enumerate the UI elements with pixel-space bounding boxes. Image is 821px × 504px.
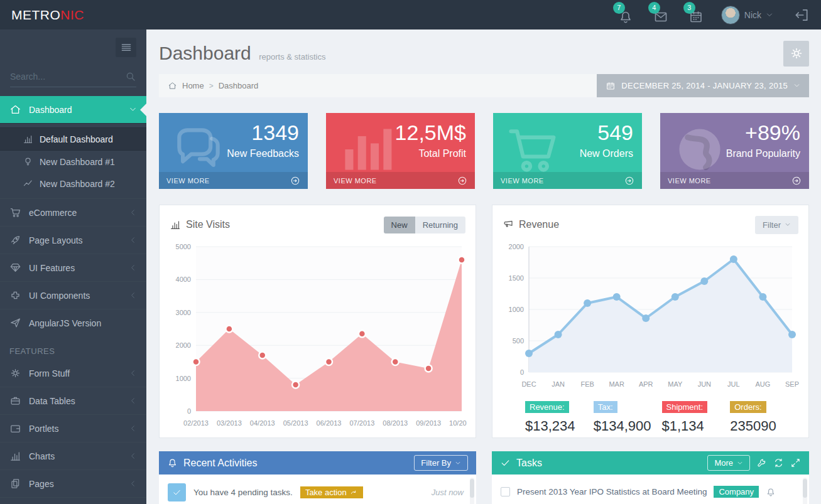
site-visits-portlet: Site Visits NewReturning 010002000300040… <box>159 205 476 438</box>
svg-text:APR: APR <box>639 380 653 388</box>
pages-icon <box>9 478 21 490</box>
wrench-icon[interactable] <box>756 458 767 468</box>
date-range-picker[interactable]: DECEMBER 25, 2014 - JANUARY 23, 2015 <box>597 74 809 97</box>
activity-time: Just now <box>432 488 464 497</box>
svg-text:AUG: AUG <box>756 380 771 388</box>
stat-value: 12,5M$ <box>395 121 466 145</box>
view-more-link[interactable]: VIEW MORE <box>493 172 642 189</box>
sidebar-item-charts[interactable]: Charts <box>0 442 146 469</box>
wallet-icon <box>9 422 21 434</box>
sidebar-item-ui-components[interactable]: UI Components <box>0 281 146 309</box>
revenue-title: Revenue <box>519 219 559 230</box>
sidebar-item-label: AngularJS Version <box>29 318 137 328</box>
sidebar-item-dashboard[interactable]: Dashboard <box>0 96 146 123</box>
cart-icon <box>498 121 567 178</box>
bell-icon <box>766 487 776 497</box>
chevron-left-icon <box>129 369 137 377</box>
view-more-link[interactable]: VIEW MORE <box>660 172 809 189</box>
sidebar-item-portlets[interactable]: Portlets <box>0 414 146 442</box>
notification-bell[interactable]: 7 <box>618 7 634 23</box>
sidebar-item-label: Page Layouts <box>29 235 129 245</box>
sidebar-subitem-label: New Dashboard #1 <box>40 157 115 167</box>
toggle-returning-button[interactable]: Returning <box>415 217 465 233</box>
sidebar-toggle-button[interactable] <box>116 38 136 57</box>
sidebar-item-ecommerce[interactable]: eCommerce <box>0 198 146 226</box>
search-input[interactable] <box>10 72 125 82</box>
chevron-down-icon <box>785 222 791 228</box>
arrow-right-circle-icon <box>791 176 802 186</box>
avatar[interactable] <box>721 6 740 24</box>
selected-arrow <box>140 104 146 116</box>
scrollbar[interactable] <box>470 478 474 504</box>
sidebar-item-label: Charts <box>29 451 129 461</box>
svg-text:10/2013: 10/2013 <box>449 419 467 427</box>
chevron-down-icon <box>793 82 800 89</box>
view-more-link[interactable]: VIEW MORE <box>326 172 475 189</box>
search-icon[interactable] <box>125 71 136 82</box>
sidebar-subitem-new-dashboard-1[interactable]: New Dashboard #1 <box>0 151 146 173</box>
chevron-left-icon <box>129 452 137 460</box>
sidebar-item-form-stuff[interactable]: Form Stuff <box>0 360 146 387</box>
notification-calendar[interactable]: 3 <box>688 7 705 23</box>
curved-arrow-icon <box>350 488 358 496</box>
notification-envelope[interactable]: 4 <box>653 7 670 23</box>
logout-icon[interactable] <box>793 7 810 23</box>
sidebar-subitem-default-dashboard[interactable]: Default Dashboard <box>0 127 146 151</box>
chevron-left-icon <box>129 208 137 217</box>
revenue-stat-badge: Shipment: <box>662 401 708 413</box>
filter-by-button[interactable]: Filter By <box>414 455 468 471</box>
revenue-stat: Orders: 235090 <box>730 401 798 434</box>
tasks-title: Tasks <box>516 458 542 469</box>
date-range-label: DECEMBER 25, 2014 - JANUARY 23, 2015 <box>621 81 788 90</box>
revenue-stat-badge: Tax: <box>594 401 617 413</box>
view-more-link[interactable]: VIEW MORE <box>159 172 308 189</box>
sidebar-subitem-new-dashboard-2[interactable]: New Dashboard #2 <box>0 173 146 195</box>
breadcrumb-separator: > <box>209 82 214 90</box>
arrow-right-circle-icon <box>457 176 467 186</box>
site-visits-toggle: NewReturning <box>384 217 465 233</box>
site-visits-chart: 01000200030004000500002/201303/201304/20… <box>170 240 465 431</box>
page-title: Dashboard <box>159 43 251 63</box>
briefcase-icon <box>9 395 21 407</box>
stat-value: +89% <box>745 121 800 145</box>
gear-icon <box>9 367 21 379</box>
sidebar-features-menu: Form Stuff Data Tables Portlets Charts P… <box>0 360 146 504</box>
sidebar-item-angularjs-version[interactable]: AngularJS Version <box>0 309 146 336</box>
user-menu[interactable]: Nick <box>721 6 773 24</box>
gem-icon <box>9 262 21 274</box>
task-row[interactable]: Present 2013 Year IPO Statistics at Boar… <box>499 480 798 504</box>
svg-text:1500: 1500 <box>509 274 524 282</box>
sidebar-item-label: Data Tables <box>29 396 129 406</box>
revenue-stat-value: $13,234 <box>525 418 594 434</box>
svg-text:3000: 3000 <box>176 309 191 316</box>
app-logo[interactable]: METRONIC <box>11 8 84 23</box>
toggle-new-button[interactable]: New <box>384 217 415 233</box>
expand-icon[interactable] <box>790 458 801 468</box>
refresh-icon[interactable] <box>773 458 784 468</box>
breadcrumb-home[interactable]: Home <box>182 81 204 90</box>
svg-text:0: 0 <box>520 368 524 376</box>
sidebar-item-ui-features[interactable]: UI Features <box>0 254 146 281</box>
revenue-chart: 0500100015002000DECJANFEBMARAPRMAYJUNJUL… <box>503 240 798 392</box>
more-button[interactable]: More <box>707 455 750 471</box>
task-checkbox[interactable] <box>501 487 510 496</box>
notification-badge: 7 <box>613 2 625 14</box>
scrollbar[interactable] <box>803 478 807 504</box>
bar-chart-icon <box>9 450 21 462</box>
sidebar-item-page-layouts[interactable]: Page Layouts <box>0 226 146 254</box>
stat-card-0: 1349 New Feedbacks VIEW MORE <box>159 113 308 189</box>
svg-text:02/2013: 02/2013 <box>183 419 209 427</box>
tasks-panel: Tasks More Present 2013 Year IPO Statist… <box>492 451 809 504</box>
take-action-button[interactable]: Take action <box>300 486 363 498</box>
sidebar-item-extra[interactable]: Extra <box>0 497 146 504</box>
revenue-filter-button[interactable]: Filter <box>755 216 798 234</box>
activity-row[interactable]: You have 4 pending tasks. Take action Ju… <box>166 480 465 504</box>
sidebar-item-pages[interactable]: Pages <box>0 469 146 497</box>
page-subtitle: reports & statistics <box>259 52 325 62</box>
hamburger-icon <box>120 41 133 54</box>
puzzle-icon <box>9 289 21 301</box>
stat-label: New Orders <box>580 148 633 159</box>
svg-text:05/2013: 05/2013 <box>283 419 308 427</box>
page-settings-button[interactable] <box>783 41 809 67</box>
sidebar-item-data-tables[interactable]: Data Tables <box>0 387 146 414</box>
